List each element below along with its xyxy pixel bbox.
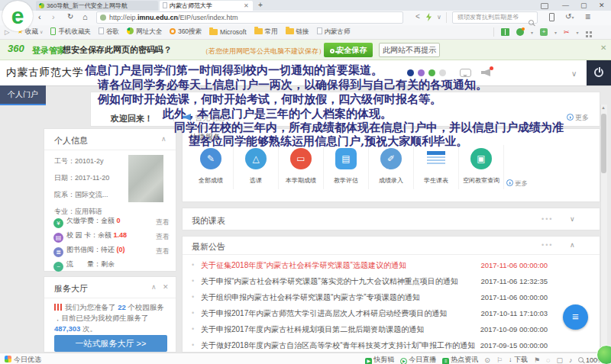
flag-icon[interactable]: ⚑ xyxy=(534,356,540,364)
today-picks-link[interactable]: 今日优选 xyxy=(5,355,41,364)
announcement-row[interactable]: • 关于申报2017年度内蒙古社科规划项目第二批后期资助课题的通知 2017-1… xyxy=(183,322,600,338)
bookmark-microsoft[interactable]: Microsoft xyxy=(209,28,246,36)
sound-icon[interactable]: ♪ xyxy=(569,356,573,364)
minimize-button[interactable]: — xyxy=(562,2,569,9)
live-link[interactable]: ▶今日直播 xyxy=(400,355,436,364)
theme-dot-gray[interactable] xyxy=(439,69,446,76)
search-box[interactable]: 猥琐发育抗到后期是爷 xyxy=(452,11,538,24)
password-manager-icon[interactable] xyxy=(501,28,509,36)
new-tab-button[interactable]: + xyxy=(258,1,263,9)
announcement-title[interactable]: 关于申报2017年度内蒙古社科规划项目第二批后期资助课题的通知 xyxy=(201,324,424,335)
service-student-schedule[interactable]: 学生课表 xyxy=(414,145,459,189)
theme-dot-purple[interactable] xyxy=(418,69,425,76)
back-button[interactable]: ‹ xyxy=(38,12,41,21)
panel-menu-icon[interactable]: ••• xyxy=(541,241,553,249)
announcement-title[interactable]: 关于申报“内蒙古社会科学研究课题”落实党的十九大会议精神重点项目的通知 xyxy=(201,276,458,287)
status-right-items: ▶快剪辑 ▶今日直播 ≡热点资讯 ⊙ ⚐ ↓ 下载 ⚑ ◌ ▢ ♪ 100% xyxy=(365,355,603,364)
history-restore-icon[interactable]: ↺▾ xyxy=(565,12,574,21)
security-shield-icon[interactable] xyxy=(516,28,524,36)
close-panel-icon[interactable]: ✕ xyxy=(163,283,169,291)
announcement-row[interactable]: • 关于征集2018年度“内蒙古社会科学研究课题”选题建议的通知 2017-11… xyxy=(183,258,600,274)
announcement-row[interactable]: • 关于组织申报内蒙古社会科学研究课题“内蒙古学”专项课题的通知 2017-11… xyxy=(183,290,600,306)
tab-360-nav[interactable]: 360导航_新一代安全上网导航 xyxy=(36,1,158,11)
service-term-grades[interactable]: ▭本学期成绩 xyxy=(279,145,324,189)
address-bar[interactable]: http://eip.imnu.edu.cn/EIP/user/index.ht… xyxy=(96,11,403,24)
ad-filter-icon[interactable]: + xyxy=(540,28,548,36)
user-menu-chevron-icon[interactable]: ∨ xyxy=(571,69,577,78)
bookmark-sidebar-toggle-icon[interactable]: ▷ xyxy=(5,28,10,36)
announcement-title[interactable]: 关于征集2018年度“内蒙古社会科学研究课题”选题建议的通知 xyxy=(201,260,406,271)
service-course-select[interactable]: △选课 xyxy=(234,145,279,189)
game-center-icon[interactable]: ⊙ xyxy=(484,356,490,364)
maximize-button[interactable]: ▢ xyxy=(580,2,587,9)
dismiss-site-button[interactable]: 此网站不再提示 xyxy=(379,43,440,57)
logout-box[interactable] xyxy=(587,60,611,85)
service-all-grades[interactable]: ✎全部成绩 xyxy=(189,145,234,189)
bookmark-360-sites[interactable]: 网址大全 xyxy=(127,27,162,37)
session-icon[interactable]: ◌ xyxy=(546,356,550,364)
announcement-row[interactable]: • 关于申报“内蒙古社会科学研究课题”落实党的十九大会议精神重点项目的通知 20… xyxy=(183,274,600,290)
bookmark-360-search[interactable]: 360搜索 xyxy=(170,27,202,37)
tab-imnu-active[interactable]: 内蒙古师范大学 xyxy=(160,1,253,11)
view-link[interactable]: 查看 xyxy=(156,217,170,227)
multiwindow-icon[interactable]: ▢ xyxy=(556,356,563,364)
service-free-classroom[interactable]: ▣空闲教室查询 xyxy=(459,145,504,189)
skin-icon[interactable] xyxy=(541,3,548,9)
360-brand: 360 xyxy=(8,43,24,54)
services-more-link[interactable]: 更多 xyxy=(506,179,528,188)
collapse-icon[interactable]: ∧ xyxy=(161,135,166,143)
announcement-row[interactable]: • 关于做好2018年度内蒙古自治区高等学校“青年科技英才支持计划”申报工作的通… xyxy=(183,338,600,353)
home-button[interactable]: ⌂ xyxy=(82,12,88,21)
service-teaching-eval[interactable]: ▤教学评估 xyxy=(324,145,369,189)
search-icon[interactable] xyxy=(529,14,534,28)
service-hall-panel: 服务大厅 ∧ ✕ 我们为您准备了 22 个校园服务 ，目前已经为我校师生服务了 … xyxy=(44,276,176,353)
bookmark-google[interactable]: 谷歌 xyxy=(99,27,119,37)
sidebar-flag-icon[interactable]: ⚐ xyxy=(496,356,503,364)
collapse-icon[interactable]: ∧ xyxy=(570,241,575,249)
tab-close-icon[interactable]: ✕ xyxy=(244,2,249,9)
announcement-row[interactable]: • 关于申报2017年内蒙古师范大学引进高层次人才科研启动经费项目的通知 201… xyxy=(183,306,600,322)
menu-icon[interactable]: ≡ xyxy=(585,11,590,22)
phone-sync-icon[interactable] xyxy=(549,13,554,21)
bookmark-common[interactable]: 常用 xyxy=(254,27,278,37)
hot-news-link[interactable]: ≡热点资讯 xyxy=(442,355,478,364)
share-icon[interactable]: < xyxy=(415,12,420,21)
save-password-button[interactable]: 安全保存 xyxy=(324,43,373,57)
avatar xyxy=(128,155,163,202)
chevron-down-icon[interactable]: ∨ xyxy=(437,14,441,21)
theme-dot-navy[interactable] xyxy=(407,69,414,76)
bookmark-links[interactable]: 链接 xyxy=(286,27,309,37)
overlay-line-2: 请各位同学务必每天上信息门户一两次，以确保得到与自己有关的各项通知。 xyxy=(98,78,487,92)
close-bar-icon[interactable]: ✕ xyxy=(600,43,606,52)
one-stop-service-button[interactable]: 一站式服务大厅 >> xyxy=(54,335,167,352)
speedup-ball[interactable] xyxy=(596,345,611,364)
bookmark-mobile[interactable]: 手机收藏夹 xyxy=(50,27,91,37)
quick-clip-link[interactable]: ▶快剪辑 xyxy=(365,355,394,364)
view-link[interactable]: 查看 xyxy=(156,232,170,242)
forward-button[interactable]: › xyxy=(52,12,55,21)
floating-menu-button[interactable]: ≡ xyxy=(563,304,588,330)
announcement-title[interactable]: 关于做好2018年度内蒙古自治区高等学校“青年科技英才支持计划”申报工作的通知 xyxy=(201,340,475,351)
theme-dot-green[interactable] xyxy=(428,69,435,76)
welcome-more-link[interactable]: 更多 xyxy=(567,113,589,123)
site-safety-icon[interactable] xyxy=(100,14,106,21)
collapse-icon[interactable]: ∧ xyxy=(151,283,157,291)
close-button[interactable]: ✕ xyxy=(599,2,605,9)
tab-personal-portal[interactable]: 个人门户 xyxy=(0,85,46,104)
message-icon[interactable] xyxy=(460,69,471,77)
scrollbar-up-icon[interactable]: ▲ xyxy=(601,105,606,110)
announcement-title[interactable]: 关于申报2017年内蒙古师范大学引进高层次人才科研启动经费项目的通知 xyxy=(201,308,447,319)
expand-icon[interactable]: ∨ xyxy=(570,215,575,223)
reload-button[interactable]: ↻ xyxy=(67,12,73,21)
panel-menu-icon[interactable]: ••• xyxy=(541,215,553,223)
scrollbar-thumb[interactable] xyxy=(601,114,606,173)
bookmark-imnu[interactable]: 内蒙古师 xyxy=(317,27,351,37)
extension-icons: ▾ +▾ ✂▾ xyxy=(493,27,592,37)
browser-logo-icon[interactable]: e xyxy=(2,1,33,31)
view-link[interactable]: 查看 xyxy=(156,246,170,256)
download-link[interactable]: ↓ 下载 xyxy=(509,355,528,364)
announcement-title[interactable]: 关于组织申报内蒙古社会科学研究课题“内蒙古学”专项课题的通知 xyxy=(201,292,420,303)
screenshot-icon[interactable]: ✂ xyxy=(564,28,570,36)
service-grade-entry[interactable]: ✐成绩录入 xyxy=(369,145,414,189)
extensions-grid-icon[interactable] xyxy=(586,31,588,34)
